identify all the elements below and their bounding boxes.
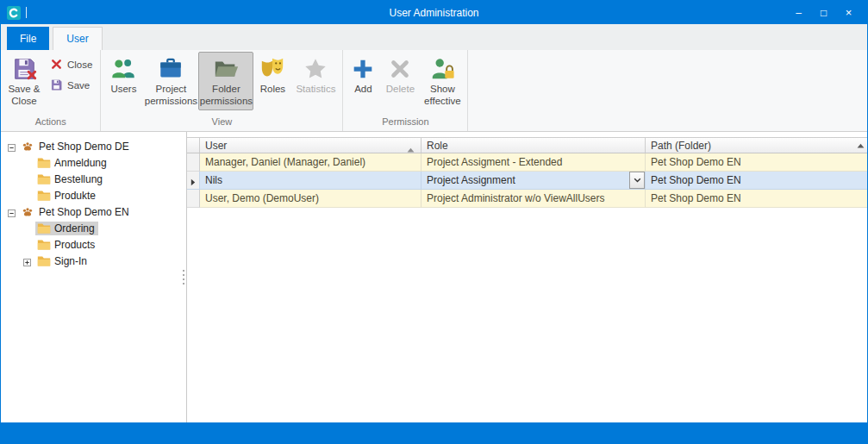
save-and-close-button[interactable]: Save & Close <box>3 52 45 110</box>
tree-item-bestellung[interactable]: Bestellung <box>1 171 180 187</box>
collapse-icon[interactable] <box>8 208 16 216</box>
tree-item-pet-shop-demo-de[interactable]: Pet Shop Demo DE <box>1 138 180 154</box>
users-button[interactable]: Users <box>103 52 143 98</box>
show-effective-button[interactable]: Show effective <box>420 52 465 110</box>
cell-user[interactable]: User, Demo (DemoUser) <box>200 190 422 208</box>
status-bar <box>1 422 867 443</box>
open-folder-icon <box>213 56 239 82</box>
pets-project-icon <box>22 141 35 153</box>
app-window: User Administration – □ × File User Save… <box>0 0 868 444</box>
app-icon <box>7 6 21 20</box>
users-label: Users <box>110 84 136 96</box>
add-label: Add <box>354 84 372 96</box>
focused-row-arrow-icon <box>190 177 196 184</box>
tree-item-label: Pet Shop Demo EN <box>39 206 129 218</box>
grid-header-row: User Role Path (Folder) <box>187 137 867 153</box>
row-indicator-cell <box>187 190 200 208</box>
tree-item-products[interactable]: Products <box>1 236 180 253</box>
save-button[interactable]: Save <box>47 77 97 93</box>
folder-icon <box>37 190 51 202</box>
column-header-user-label: User <box>205 140 227 152</box>
tree-item-label: Bestellung <box>54 173 103 185</box>
cell-path[interactable]: Pet Shop Demo EN <box>646 153 867 172</box>
ribbon: Save & Close Close Save <box>1 50 867 132</box>
add-button[interactable]: Add <box>346 52 380 98</box>
folder-permissions-label: Folder permissions <box>200 84 253 108</box>
tree-item-produkte[interactable]: Produkte <box>1 187 180 203</box>
folder-icon <box>37 173 51 185</box>
tree-item-label: Sign-In <box>54 255 87 267</box>
table-row[interactable]: Nils Project Assignment Pet Shop Demo EN <box>187 172 867 190</box>
window-title: User Administration <box>1 7 867 19</box>
users-icon <box>110 56 136 82</box>
expand-icon[interactable] <box>23 257 31 265</box>
table-row[interactable]: Manager, Daniel (Manager, Daniel) Projec… <box>187 153 867 172</box>
column-header-path-label: Path (Folder) <box>651 140 711 152</box>
tree-item-label: Ordering <box>54 222 95 235</box>
cell-user[interactable]: Nils <box>200 172 422 190</box>
tree-item-label: Produkte <box>54 190 96 202</box>
tab-user[interactable]: User <box>53 27 102 50</box>
tree-item-sign-in[interactable]: Sign-In <box>1 253 180 269</box>
tree-item-label: Products <box>54 239 95 251</box>
theater-masks-icon <box>259 56 285 82</box>
folder-icon <box>37 255 51 267</box>
star-icon <box>303 56 328 82</box>
sort-ascending-icon <box>407 143 415 148</box>
roles-button[interactable]: Roles <box>253 52 291 98</box>
tree-item-anmeldung[interactable]: Anmeldung <box>1 154 180 171</box>
save-label: Save <box>67 80 90 91</box>
tab-file[interactable]: File <box>7 27 49 50</box>
statistics-button: Statistics <box>291 52 340 98</box>
maximize-button[interactable]: □ <box>811 3 836 22</box>
column-header-user[interactable]: User <box>200 138 422 153</box>
column-header-role[interactable]: Role <box>422 138 646 153</box>
ribbon-group-view: Users Project permissions Folder permiss… <box>100 50 342 131</box>
close-label: Close <box>67 59 92 70</box>
tree-item-label: Anmeldung <box>54 157 107 169</box>
column-header-path[interactable]: Path (Folder) <box>646 138 867 153</box>
folder-tree: Pet Shop Demo DE Anmeldung Bestellung Pr… <box>1 132 180 422</box>
table-row[interactable]: User, Demo (DemoUser) Project Administra… <box>187 190 867 208</box>
indicator-header <box>187 138 200 153</box>
close-icon <box>50 58 63 71</box>
close-window-button[interactable]: × <box>836 3 861 22</box>
titlebar-divider <box>26 7 27 18</box>
cell-role[interactable]: Project Assigment - Extended <box>422 153 646 172</box>
roles-label: Roles <box>260 84 285 96</box>
cell-path[interactable]: Pet Shop Demo EN <box>646 172 867 190</box>
delete-x-icon <box>387 56 413 82</box>
cell-path[interactable]: Pet Shop Demo EN <box>646 190 867 208</box>
row-indicator-cell <box>187 172 200 190</box>
row-indicator-cell <box>187 153 200 172</box>
project-permissions-label: Project permissions <box>145 84 197 108</box>
delete-button: Delete <box>380 52 420 98</box>
cell-role-editor[interactable]: Project Assignment <box>422 172 646 190</box>
save-and-close-label: Save & Close <box>6 84 42 108</box>
combo-dropdown-button[interactable] <box>629 172 645 189</box>
delete-label: Delete <box>386 84 415 96</box>
statistics-label: Statistics <box>296 84 335 96</box>
tree-grid-splitter[interactable] <box>180 132 186 422</box>
role-editor-value: Project Assignment <box>427 174 629 186</box>
close-button[interactable]: Close <box>47 56 97 72</box>
pets-project-icon <box>22 206 35 218</box>
tree-item-pet-shop-demo-en[interactable]: Pet Shop Demo EN <box>1 203 180 220</box>
ribbon-group-permission: Add Delete Show effective Permission <box>342 50 467 131</box>
column-header-role-label: Role <box>427 140 448 152</box>
folder-permissions-button[interactable]: Folder permissions <box>198 52 253 110</box>
cell-role[interactable]: Project Administrator w/o ViewAllUsers <box>422 190 646 208</box>
project-permissions-button[interactable]: Project permissions <box>143 52 198 110</box>
permissions-grid: User Role Path (Folder) Manager, Daniel … <box>186 132 867 422</box>
cell-user[interactable]: Manager, Daniel (Manager, Daniel) <box>200 153 422 172</box>
folder-icon <box>37 222 51 235</box>
show-effective-label: Show effective <box>422 84 462 108</box>
save-close-icon <box>11 56 37 82</box>
minimize-button[interactable]: – <box>786 3 811 22</box>
folder-icon <box>37 239 51 251</box>
briefcase-icon <box>158 56 184 82</box>
collapse-icon[interactable] <box>8 142 16 150</box>
scrollbar-up-button[interactable] <box>855 140 866 152</box>
tree-item-ordering[interactable]: Ordering <box>1 220 180 236</box>
tree-item-label: Pet Shop Demo DE <box>39 141 129 153</box>
